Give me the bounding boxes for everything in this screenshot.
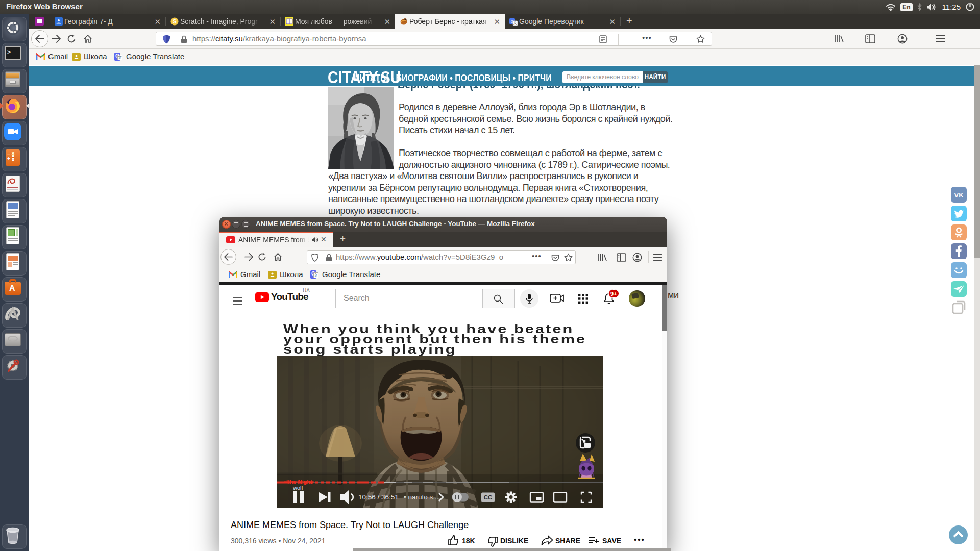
svg-text:10:56 / 36:51: 10:56 / 36:51 (358, 493, 399, 501)
svg-text:CC: CC (484, 494, 493, 500)
svg-text:wolf: wolf (292, 485, 304, 491)
svg-text:S: S (173, 18, 176, 24)
svg-text:文: 文 (513, 21, 517, 25)
svg-text:• naruto s...: • naruto s... (404, 493, 439, 501)
svg-text:VK: VK (954, 191, 964, 199)
